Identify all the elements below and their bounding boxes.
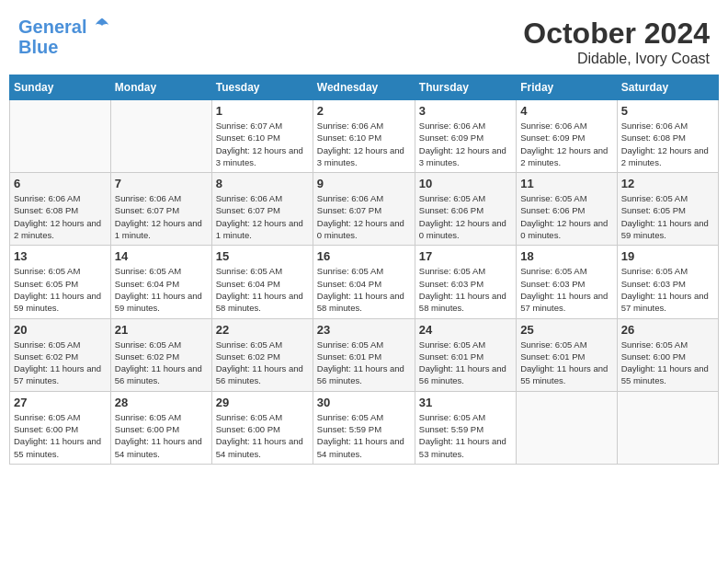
calendar-cell: 13Sunrise: 6:05 AM Sunset: 6:05 PM Dayli…: [10, 246, 111, 318]
logo-text: General: [18, 17, 110, 37]
day-number: 18: [520, 249, 612, 263]
day-number: 8: [216, 177, 309, 190]
day-number: 16: [317, 249, 411, 263]
logo-blue: Blue: [18, 37, 58, 57]
day-number: 20: [14, 323, 107, 337]
day-info: Sunrise: 6:05 AM Sunset: 6:00 PM Dayligh…: [14, 411, 107, 460]
calendar-cell: 2Sunrise: 6:06 AM Sunset: 6:10 PM Daylig…: [313, 100, 415, 173]
calendar-cell: 15Sunrise: 6:05 AM Sunset: 6:04 PM Dayli…: [211, 246, 313, 318]
day-info: Sunrise: 6:05 AM Sunset: 6:02 PM Dayligh…: [216, 339, 309, 387]
day-number: 17: [419, 249, 512, 263]
day-number: 26: [621, 323, 714, 337]
weekday-header-tuesday: Tuesday: [211, 75, 313, 100]
day-info: Sunrise: 6:05 AM Sunset: 6:00 PM Dayligh…: [216, 411, 309, 460]
calendar-cell: 11Sunrise: 6:05 AM Sunset: 6:06 PM Dayli…: [517, 173, 617, 246]
month-title: October 2024 Didable, Ivory Coast: [523, 17, 710, 67]
calendar-cell: [110, 100, 211, 173]
logo: General Blue: [18, 17, 110, 57]
day-number: 4: [520, 104, 612, 118]
day-info: Sunrise: 6:05 AM Sunset: 6:04 PM Dayligh…: [216, 265, 309, 314]
day-info: Sunrise: 6:05 AM Sunset: 6:05 PM Dayligh…: [621, 192, 714, 241]
day-info: Sunrise: 6:05 AM Sunset: 6:01 PM Dayligh…: [317, 339, 411, 387]
calendar-week-1: 1Sunrise: 6:07 AM Sunset: 6:10 PM Daylig…: [10, 100, 719, 173]
calendar-week-4: 20Sunrise: 6:05 AM Sunset: 6:02 PM Dayli…: [10, 318, 719, 391]
weekday-header-monday: Monday: [110, 75, 211, 100]
calendar-cell: 27Sunrise: 6:05 AM Sunset: 6:00 PM Dayli…: [10, 391, 111, 464]
calendar-cell: 14Sunrise: 6:05 AM Sunset: 6:04 PM Dayli…: [110, 246, 211, 318]
calendar-cell: 28Sunrise: 6:05 AM Sunset: 6:00 PM Dayli…: [110, 391, 211, 464]
calendar-cell: 29Sunrise: 6:05 AM Sunset: 6:00 PM Dayli…: [211, 391, 313, 464]
day-number: 6: [14, 177, 107, 190]
day-info: Sunrise: 6:06 AM Sunset: 6:08 PM Dayligh…: [14, 192, 107, 241]
calendar-cell: 4Sunrise: 6:06 AM Sunset: 6:09 PM Daylig…: [517, 100, 617, 173]
weekday-header-sunday: Sunday: [10, 75, 111, 100]
calendar-table: SundayMondayTuesdayWednesdayThursdayFrid…: [9, 75, 719, 465]
calendar-cell: 1Sunrise: 6:07 AM Sunset: 6:10 PM Daylig…: [211, 100, 313, 173]
calendar-cell: [10, 100, 111, 173]
day-number: 30: [317, 396, 411, 409]
day-info: Sunrise: 6:05 AM Sunset: 6:04 PM Dayligh…: [115, 265, 208, 314]
day-info: Sunrise: 6:05 AM Sunset: 6:03 PM Dayligh…: [520, 265, 612, 314]
day-number: 25: [520, 323, 612, 337]
day-info: Sunrise: 6:07 AM Sunset: 6:10 PM Dayligh…: [216, 120, 309, 168]
day-info: Sunrise: 6:06 AM Sunset: 6:07 PM Dayligh…: [115, 192, 208, 241]
day-number: 22: [216, 323, 309, 337]
calendar-cell: 21Sunrise: 6:05 AM Sunset: 6:02 PM Dayli…: [110, 318, 211, 391]
calendar-cell: 22Sunrise: 6:05 AM Sunset: 6:02 PM Dayli…: [211, 318, 313, 391]
calendar-week-3: 13Sunrise: 6:05 AM Sunset: 6:05 PM Dayli…: [10, 246, 719, 318]
day-number: 5: [621, 104, 714, 118]
day-info: Sunrise: 6:05 AM Sunset: 5:59 PM Dayligh…: [419, 411, 512, 460]
weekday-header-row: SundayMondayTuesdayWednesdayThursdayFrid…: [10, 75, 719, 100]
day-number: 31: [419, 396, 512, 409]
day-info: Sunrise: 6:05 AM Sunset: 6:03 PM Dayligh…: [419, 265, 512, 314]
day-number: 3: [419, 104, 512, 118]
day-info: Sunrise: 6:05 AM Sunset: 5:59 PM Dayligh…: [317, 411, 411, 460]
day-number: 29: [216, 396, 309, 409]
day-info: Sunrise: 6:05 AM Sunset: 6:01 PM Dayligh…: [419, 339, 512, 387]
day-number: 23: [317, 323, 411, 337]
day-info: Sunrise: 6:05 AM Sunset: 6:02 PM Dayligh…: [14, 339, 107, 387]
calendar-cell: 10Sunrise: 6:05 AM Sunset: 6:06 PM Dayli…: [415, 173, 516, 246]
weekday-header-wednesday: Wednesday: [313, 75, 415, 100]
calendar-cell: 23Sunrise: 6:05 AM Sunset: 6:01 PM Dayli…: [313, 318, 415, 391]
logo-line1: General: [18, 17, 86, 37]
day-number: 14: [115, 249, 208, 263]
day-info: Sunrise: 6:05 AM Sunset: 6:06 PM Dayligh…: [419, 192, 512, 241]
day-number: 7: [115, 177, 208, 190]
day-number: 19: [621, 249, 714, 263]
day-info: Sunrise: 6:05 AM Sunset: 6:01 PM Dayligh…: [520, 339, 612, 387]
day-number: 1: [216, 104, 309, 118]
day-number: 24: [419, 323, 512, 337]
day-info: Sunrise: 6:06 AM Sunset: 6:07 PM Dayligh…: [216, 192, 309, 241]
calendar-week-2: 6Sunrise: 6:06 AM Sunset: 6:08 PM Daylig…: [10, 173, 719, 246]
day-info: Sunrise: 6:06 AM Sunset: 6:09 PM Dayligh…: [520, 120, 612, 168]
calendar-cell: 31Sunrise: 6:05 AM Sunset: 5:59 PM Dayli…: [415, 391, 516, 464]
day-info: Sunrise: 6:05 AM Sunset: 6:00 PM Dayligh…: [621, 339, 714, 387]
day-number: 11: [520, 177, 612, 190]
day-info: Sunrise: 6:05 AM Sunset: 6:00 PM Dayligh…: [115, 411, 208, 460]
logo-bird-icon: [94, 17, 110, 33]
weekday-header-thursday: Thursday: [415, 75, 516, 100]
calendar-week-5: 27Sunrise: 6:05 AM Sunset: 6:00 PM Dayli…: [10, 391, 719, 464]
day-info: Sunrise: 6:05 AM Sunset: 6:06 PM Dayligh…: [520, 192, 612, 241]
location-heading: Didable, Ivory Coast: [523, 51, 710, 67]
calendar-cell: 3Sunrise: 6:06 AM Sunset: 6:09 PM Daylig…: [415, 100, 516, 173]
day-number: 13: [14, 249, 107, 263]
calendar-cell: 18Sunrise: 6:05 AM Sunset: 6:03 PM Dayli…: [517, 246, 617, 318]
calendar-cell: [517, 391, 617, 464]
day-info: Sunrise: 6:05 AM Sunset: 6:02 PM Dayligh…: [115, 339, 208, 387]
day-number: 28: [115, 396, 208, 409]
calendar-cell: 6Sunrise: 6:06 AM Sunset: 6:08 PM Daylig…: [10, 173, 111, 246]
day-info: Sunrise: 6:06 AM Sunset: 6:07 PM Dayligh…: [317, 192, 411, 241]
day-info: Sunrise: 6:06 AM Sunset: 6:08 PM Dayligh…: [621, 120, 714, 168]
day-info: Sunrise: 6:05 AM Sunset: 6:03 PM Dayligh…: [621, 265, 714, 314]
day-number: 27: [14, 396, 107, 409]
calendar-cell: 9Sunrise: 6:06 AM Sunset: 6:07 PM Daylig…: [313, 173, 415, 246]
weekday-header-saturday: Saturday: [617, 75, 718, 100]
day-number: 12: [621, 177, 714, 190]
day-number: 15: [216, 249, 309, 263]
calendar-cell: [617, 391, 718, 464]
calendar-cell: 20Sunrise: 6:05 AM Sunset: 6:02 PM Dayli…: [10, 318, 111, 391]
calendar-cell: 17Sunrise: 6:05 AM Sunset: 6:03 PM Dayli…: [415, 246, 516, 318]
calendar-cell: 16Sunrise: 6:05 AM Sunset: 6:04 PM Dayli…: [313, 246, 415, 318]
